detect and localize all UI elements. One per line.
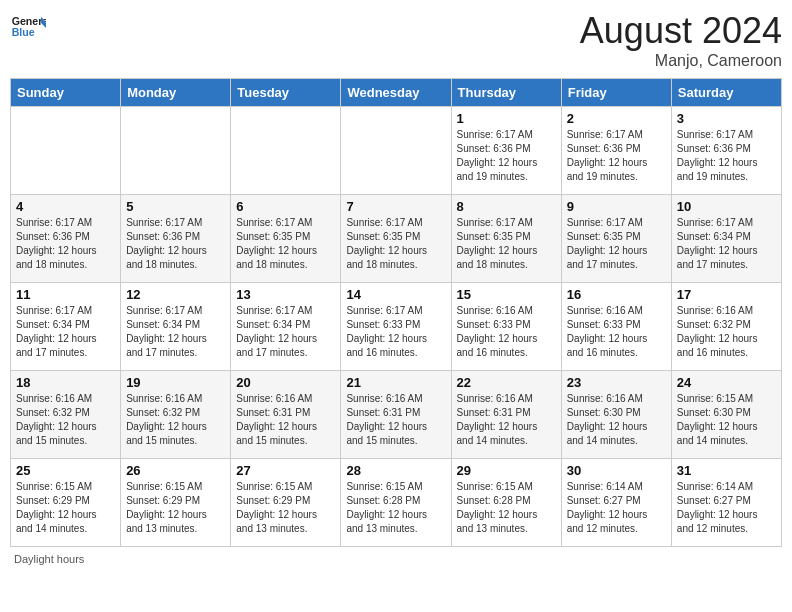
day-number: 6 [236,199,335,214]
day-info: Sunrise: 6:16 AM Sunset: 6:31 PM Dayligh… [236,392,335,448]
day-info: Sunrise: 6:17 AM Sunset: 6:35 PM Dayligh… [236,216,335,272]
month-year-title: August 2024 [580,10,782,52]
day-info: Sunrise: 6:16 AM Sunset: 6:30 PM Dayligh… [567,392,666,448]
day-info: Sunrise: 6:17 AM Sunset: 6:34 PM Dayligh… [16,304,115,360]
day-info: Sunrise: 6:17 AM Sunset: 6:36 PM Dayligh… [677,128,776,184]
calendar-cell: 29Sunrise: 6:15 AM Sunset: 6:28 PM Dayli… [451,459,561,547]
day-info: Sunrise: 6:17 AM Sunset: 6:34 PM Dayligh… [677,216,776,272]
day-info: Sunrise: 6:16 AM Sunset: 6:32 PM Dayligh… [677,304,776,360]
day-info: Sunrise: 6:17 AM Sunset: 6:35 PM Dayligh… [346,216,445,272]
calendar-cell: 26Sunrise: 6:15 AM Sunset: 6:29 PM Dayli… [121,459,231,547]
day-number: 7 [346,199,445,214]
col-header-tuesday: Tuesday [231,79,341,107]
day-info: Sunrise: 6:17 AM Sunset: 6:36 PM Dayligh… [567,128,666,184]
calendar-cell: 15Sunrise: 6:16 AM Sunset: 6:33 PM Dayli… [451,283,561,371]
calendar-cell: 27Sunrise: 6:15 AM Sunset: 6:29 PM Dayli… [231,459,341,547]
day-info: Sunrise: 6:17 AM Sunset: 6:36 PM Dayligh… [16,216,115,272]
day-info: Sunrise: 6:15 AM Sunset: 6:29 PM Dayligh… [236,480,335,536]
footer: Daylight hours [10,553,782,565]
day-info: Sunrise: 6:15 AM Sunset: 6:29 PM Dayligh… [16,480,115,536]
day-number: 23 [567,375,666,390]
day-info: Sunrise: 6:17 AM Sunset: 6:34 PM Dayligh… [126,304,225,360]
calendar-cell: 13Sunrise: 6:17 AM Sunset: 6:34 PM Dayli… [231,283,341,371]
day-number: 10 [677,199,776,214]
day-info: Sunrise: 6:14 AM Sunset: 6:27 PM Dayligh… [677,480,776,536]
day-info: Sunrise: 6:17 AM Sunset: 6:34 PM Dayligh… [236,304,335,360]
calendar-cell: 3Sunrise: 6:17 AM Sunset: 6:36 PM Daylig… [671,107,781,195]
day-info: Sunrise: 6:17 AM Sunset: 6:35 PM Dayligh… [567,216,666,272]
calendar-cell: 12Sunrise: 6:17 AM Sunset: 6:34 PM Dayli… [121,283,231,371]
week-row-1: 1Sunrise: 6:17 AM Sunset: 6:36 PM Daylig… [11,107,782,195]
day-info: Sunrise: 6:15 AM Sunset: 6:28 PM Dayligh… [346,480,445,536]
day-info: Sunrise: 6:15 AM Sunset: 6:29 PM Dayligh… [126,480,225,536]
col-header-wednesday: Wednesday [341,79,451,107]
day-number: 3 [677,111,776,126]
calendar-cell: 23Sunrise: 6:16 AM Sunset: 6:30 PM Dayli… [561,371,671,459]
calendar-cell: 18Sunrise: 6:16 AM Sunset: 6:32 PM Dayli… [11,371,121,459]
day-number: 26 [126,463,225,478]
day-number: 19 [126,375,225,390]
day-info: Sunrise: 6:17 AM Sunset: 6:33 PM Dayligh… [346,304,445,360]
calendar-cell: 6Sunrise: 6:17 AM Sunset: 6:35 PM Daylig… [231,195,341,283]
calendar-cell: 5Sunrise: 6:17 AM Sunset: 6:36 PM Daylig… [121,195,231,283]
day-info: Sunrise: 6:16 AM Sunset: 6:31 PM Dayligh… [457,392,556,448]
day-number: 11 [16,287,115,302]
calendar-cell: 28Sunrise: 6:15 AM Sunset: 6:28 PM Dayli… [341,459,451,547]
day-number: 15 [457,287,556,302]
week-row-2: 4Sunrise: 6:17 AM Sunset: 6:36 PM Daylig… [11,195,782,283]
day-info: Sunrise: 6:15 AM Sunset: 6:30 PM Dayligh… [677,392,776,448]
day-info: Sunrise: 6:14 AM Sunset: 6:27 PM Dayligh… [567,480,666,536]
calendar-table: SundayMondayTuesdayWednesdayThursdayFrid… [10,78,782,547]
week-row-5: 25Sunrise: 6:15 AM Sunset: 6:29 PM Dayli… [11,459,782,547]
location-subtitle: Manjo, Cameroon [580,52,782,70]
title-area: August 2024 Manjo, Cameroon [580,10,782,70]
calendar-cell: 2Sunrise: 6:17 AM Sunset: 6:36 PM Daylig… [561,107,671,195]
calendar-cell: 24Sunrise: 6:15 AM Sunset: 6:30 PM Dayli… [671,371,781,459]
week-row-3: 11Sunrise: 6:17 AM Sunset: 6:34 PM Dayli… [11,283,782,371]
day-number: 8 [457,199,556,214]
calendar-cell: 4Sunrise: 6:17 AM Sunset: 6:36 PM Daylig… [11,195,121,283]
day-number: 17 [677,287,776,302]
calendar-cell [231,107,341,195]
day-number: 24 [677,375,776,390]
calendar-cell: 7Sunrise: 6:17 AM Sunset: 6:35 PM Daylig… [341,195,451,283]
day-number: 31 [677,463,776,478]
calendar-cell: 31Sunrise: 6:14 AM Sunset: 6:27 PM Dayli… [671,459,781,547]
calendar-cell: 30Sunrise: 6:14 AM Sunset: 6:27 PM Dayli… [561,459,671,547]
day-number: 28 [346,463,445,478]
calendar-cell: 25Sunrise: 6:15 AM Sunset: 6:29 PM Dayli… [11,459,121,547]
day-info: Sunrise: 6:16 AM Sunset: 6:33 PM Dayligh… [567,304,666,360]
day-info: Sunrise: 6:17 AM Sunset: 6:36 PM Dayligh… [126,216,225,272]
daylight-label: Daylight hours [14,553,84,565]
day-number: 16 [567,287,666,302]
day-number: 25 [16,463,115,478]
day-number: 30 [567,463,666,478]
header: General Blue August 2024 Manjo, Cameroon [10,10,782,70]
day-info: Sunrise: 6:16 AM Sunset: 6:32 PM Dayligh… [126,392,225,448]
col-header-saturday: Saturday [671,79,781,107]
calendar-cell: 8Sunrise: 6:17 AM Sunset: 6:35 PM Daylig… [451,195,561,283]
day-number: 4 [16,199,115,214]
calendar-cell [11,107,121,195]
svg-text:General: General [12,15,46,27]
col-header-sunday: Sunday [11,79,121,107]
calendar-cell: 9Sunrise: 6:17 AM Sunset: 6:35 PM Daylig… [561,195,671,283]
col-header-monday: Monday [121,79,231,107]
calendar-cell: 19Sunrise: 6:16 AM Sunset: 6:32 PM Dayli… [121,371,231,459]
calendar-cell [121,107,231,195]
day-info: Sunrise: 6:17 AM Sunset: 6:35 PM Dayligh… [457,216,556,272]
calendar-cell: 1Sunrise: 6:17 AM Sunset: 6:36 PM Daylig… [451,107,561,195]
calendar-cell: 14Sunrise: 6:17 AM Sunset: 6:33 PM Dayli… [341,283,451,371]
day-info: Sunrise: 6:16 AM Sunset: 6:32 PM Dayligh… [16,392,115,448]
calendar-cell [341,107,451,195]
day-number: 2 [567,111,666,126]
day-number: 21 [346,375,445,390]
logo-icon: General Blue [10,10,46,46]
logo: General Blue [10,10,46,46]
day-number: 13 [236,287,335,302]
calendar-cell: 21Sunrise: 6:16 AM Sunset: 6:31 PM Dayli… [341,371,451,459]
day-number: 9 [567,199,666,214]
calendar-cell: 16Sunrise: 6:16 AM Sunset: 6:33 PM Dayli… [561,283,671,371]
calendar-cell: 17Sunrise: 6:16 AM Sunset: 6:32 PM Dayli… [671,283,781,371]
day-number: 14 [346,287,445,302]
